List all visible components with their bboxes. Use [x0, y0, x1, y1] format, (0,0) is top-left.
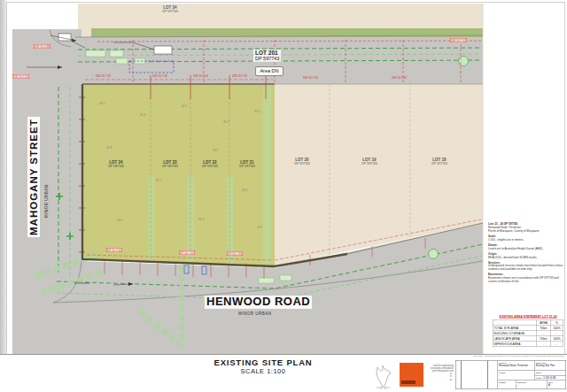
drawing-title: EXISTING SITE PLAN SCALE 1:100 [188, 358, 338, 376]
site-linework [0, 0, 567, 392]
dim-annotation: DW 20 7.32 [96, 74, 126, 81]
cell-project: Project:Henwood Road, Thrumster [498, 361, 535, 371]
street-type-mahogany: MINOR URBAN [44, 151, 54, 218]
spot-level: 32.2 [213, 149, 224, 156]
lot-dp: DP 597743 [350, 162, 390, 165]
spot-level: 32.1 [182, 104, 193, 111]
spot-level: 31.1 [156, 179, 167, 186]
lot-dp: DP 597743 [255, 56, 279, 61]
street-label-henwood: HENWOOD ROAD [205, 296, 312, 309]
note-line: Easements shown are in accordance with D… [488, 276, 566, 282]
dim-annotation: DW 20 3.05 [12, 74, 46, 83]
note-line: MGA 2020 - derived from SCIMS marks. [488, 255, 566, 258]
lot-label-road: LOT 201 DP 597743 [253, 50, 281, 62]
cell-dwg-title: Dwg Title:Existing Site Plan [535, 361, 566, 371]
spot-level: 31.9 [140, 113, 151, 120]
site-plan-sheet: LOT 34 DP 597743 LOT 201 DP 597743 Area … [0, 0, 567, 392]
spot-level: 31.8 [106, 146, 118, 153]
lot-name: LOT 201 [255, 50, 279, 56]
lot-dp: DP 597743 [228, 165, 268, 168]
title-block: Project:Henwood Road, Thrumster Dwg Titl… [455, 360, 567, 392]
note-line: Parish of Macquarie, County of Macquarie [488, 228, 566, 232]
spot-level: 32.4 [254, 110, 266, 117]
spot-level: 30.9 [242, 188, 253, 196]
area-table-title: EXISTING AREA STATEMENT LOT 21-24 [493, 315, 563, 319]
revision-table [456, 361, 498, 389]
spot-level: 31.2 [223, 120, 235, 127]
street-name: HENWOOD ROAD [206, 295, 310, 308]
street-type: MINOR URBAN [238, 311, 272, 316]
dim-annotation: DW 20 7.32 [392, 76, 422, 83]
dim-annotation: DP 20 7.32 [106, 248, 138, 257]
street-label-mahogany: MAHOGANY STREET [27, 117, 40, 237]
dim-annotation: DW 20 7.32 [152, 74, 183, 81]
dim-annotation: DW 20 7.32 [450, 38, 484, 47]
lot-label-19: LOT 19 DP 597743 [330, 158, 409, 173]
drawing-scale-text: SCALE 1:100 [188, 368, 338, 376]
cell-dwg-no: Dwg No:- [517, 380, 548, 389]
address-line: w. - [424, 378, 454, 380]
dim-annotation: DW 20 7.32 [232, 74, 262, 81]
lot-dp: DP 597743 [151, 10, 190, 13]
street-name: MAHOGANY STREET [28, 119, 39, 235]
spot-level: 30.7 [257, 226, 268, 233]
street-type: MINOR URBAN [44, 184, 49, 218]
note-line: 1:100 - lengths are in metres. [488, 237, 566, 241]
dim-annotation: DW 20 7.32 [193, 74, 223, 81]
note-line: Underground services shown have been loc… [488, 264, 566, 270]
cell-drawn: Drawn:- [498, 380, 517, 389]
copyright-note: Copyright - this drawing must not be rep… [346, 355, 565, 360]
spot-level: 31.6 [117, 219, 128, 226]
lot-label-north: LOT 34 DP 597743 [130, 5, 210, 21]
cell-rev: Rev:A [548, 380, 566, 389]
area-dn-text: Area DN [260, 68, 278, 73]
dim-annotation: DW 20 4.88 [34, 44, 67, 53]
note-line: Levels are to Australian Height Datum (A… [488, 246, 566, 250]
dim-annotation: DP 20 7.32 [179, 250, 211, 259]
spot-level: 31.5 [99, 102, 111, 109]
lot-label-18: LOT 18 DP 597743 [400, 158, 479, 173]
spot-level: 31.4 [198, 218, 210, 225]
cell-client: Client:- [498, 371, 535, 380]
dim-annotation: DW 20 7.32 [303, 76, 333, 83]
street-type-henwood: MINOR URBAN [238, 311, 305, 321]
kerb-note: kerb & gutter [74, 281, 105, 288]
table-row: IMPERVIOUS AREA-- [493, 341, 563, 346]
company-address: land & engineering surveying consultants… [395, 364, 454, 392]
lot-dp: DP 597743 [283, 162, 322, 165]
dim-annotation: DP 20 7.32 [227, 251, 259, 260]
lot-dp: DP 597743 [420, 162, 460, 165]
